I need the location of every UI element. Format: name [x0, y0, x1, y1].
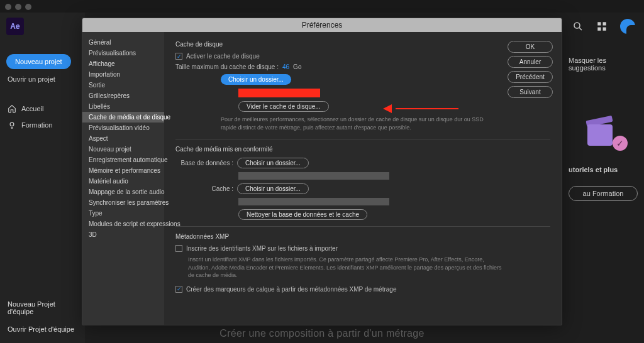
svg-rect-2	[597, 22, 601, 25]
nav-training[interactable]: Formation	[0, 117, 85, 133]
cat-type[interactable]: Type	[82, 208, 164, 219]
training-panel-button[interactable]: au Formation	[569, 186, 638, 201]
db-choose-folder-button[interactable]: Choisir un dossier...	[237, 158, 309, 168]
disk-cache-path-redacted	[238, 89, 320, 97]
cache-choose-folder-button[interactable]: Choisir un dossier...	[237, 183, 309, 194]
disk-cache-hint: Pour de meilleures performances, sélecti…	[221, 116, 491, 131]
clean-db-cache-button[interactable]: Nettoyer la base de données et le cache	[238, 209, 367, 220]
cat-media-disk-cache[interactable]: Cache de média et de disque	[82, 112, 164, 122]
choose-folder-button[interactable]: Choisir un dossier...	[221, 74, 291, 85]
cat-new-project[interactable]: Nouveau projet	[82, 144, 164, 155]
cat-scripting[interactable]: Modules de script et expressions	[82, 219, 164, 229]
svg-rect-4	[597, 28, 601, 31]
mac-min[interactable]	[15, 4, 21, 10]
cache-path-display	[238, 198, 389, 205]
open-project-link[interactable]: Ouvrir un projet	[8, 75, 85, 83]
hide-suggestions-link[interactable]: Masquer les suggestions	[569, 57, 638, 72]
cancel-button[interactable]: Annuler	[508, 56, 553, 68]
bg-footer-text: Créer une composition à partir d'un métr…	[219, 328, 424, 339]
new-project-button[interactable]: Nouveau projet	[6, 54, 71, 69]
max-size-label: Taille maximum du cache de disque :	[175, 63, 279, 70]
cat-general[interactable]: Général	[82, 37, 164, 48]
xmp-markers-label: Créer des marqueurs de calque à partir d…	[186, 286, 396, 293]
enable-disk-cache-checkbox[interactable]	[175, 53, 182, 60]
svg-rect-5	[603, 28, 606, 31]
svg-point-1	[574, 23, 580, 28]
cat-previews[interactable]: Prévisualisations	[82, 48, 164, 58]
mac-close[interactable]	[5, 4, 11, 10]
cat-audio-map[interactable]: Mappage de la sortie audio	[82, 187, 164, 197]
disk-cache-section-title: Cache de disque	[175, 41, 550, 48]
cat-3d[interactable]: 3D	[82, 229, 164, 240]
svg-rect-3	[603, 22, 606, 25]
cache-label: Cache :	[175, 185, 233, 192]
cat-labels[interactable]: Libellés	[82, 101, 164, 112]
xmp-write-label: Inscrire des identifiants XMP sur les fi…	[186, 245, 338, 252]
tutorials-heading: utoriels et plus	[569, 166, 638, 173]
cat-import[interactable]: Importation	[82, 69, 164, 80]
home-icon	[8, 104, 16, 113]
cat-autosave[interactable]: Enregistrement automatique	[82, 155, 164, 165]
preferences-dialog: Préférences Général Prévisualisations Af…	[82, 18, 562, 325]
bulb-icon	[8, 121, 16, 129]
right-panel: Masquer les suggestions ✓ utoriels et pl…	[569, 57, 638, 201]
prefs-content: Cache de disque Activer le cache de disq…	[164, 32, 562, 325]
cat-memory[interactable]: Mémoire et performances	[82, 165, 164, 176]
cat-sync[interactable]: Synchroniser les paramètres	[82, 197, 164, 208]
nav-home[interactable]: Accueil	[0, 101, 85, 117]
svg-point-0	[10, 122, 14, 126]
prefs-category-list: Général Prévisualisations Affichage Impo…	[82, 32, 164, 325]
left-sidebar: Ae Nouveau projet Ouvrir un projet Accue…	[0, 13, 85, 343]
cat-output[interactable]: Sortie	[82, 80, 164, 90]
cat-grids[interactable]: Grilles/repères	[82, 90, 164, 101]
open-team-project-link[interactable]: Ouvrir Projet d'équipe	[0, 320, 85, 338]
app-logo-icon: Ae	[6, 18, 24, 35]
dialog-title: Préférences	[82, 18, 562, 32]
cat-display[interactable]: Affichage	[82, 58, 164, 69]
user-avatar[interactable]	[620, 19, 635, 34]
next-button[interactable]: Suivant	[508, 86, 553, 98]
empty-disk-cache-button[interactable]: Vider le cache de disque...	[238, 101, 329, 112]
cat-appearance[interactable]: Aspect	[82, 133, 164, 144]
max-size-value[interactable]: 46	[282, 63, 289, 70]
xmp-section-title: Métadonnées XMP	[175, 233, 550, 240]
cat-audio-hw[interactable]: Matériel audio	[82, 176, 164, 187]
nav-training-label: Formation	[21, 121, 53, 129]
ok-button[interactable]: OK	[508, 41, 553, 53]
conformed-section-title: Cache de média mis en conformité	[175, 146, 550, 153]
tutorial-illustration: ✓	[581, 116, 625, 153]
db-label: Base de données :	[175, 160, 233, 166]
xmp-markers-checkbox[interactable]	[175, 286, 182, 293]
check-icon: ✓	[613, 136, 628, 151]
nav-home-label: Accueil	[21, 105, 43, 112]
mac-max[interactable]	[25, 4, 31, 10]
db-path-display	[238, 172, 389, 180]
cat-video-preview[interactable]: Prévisualisation vidéo	[82, 122, 164, 133]
apps-icon[interactable]	[596, 21, 608, 32]
previous-button[interactable]: Précédent	[508, 71, 553, 83]
max-size-unit: Go	[293, 63, 301, 70]
xmp-write-checkbox[interactable]	[175, 245, 182, 252]
xmp-write-description: Inscrit un identifiant XMP dans les fich…	[188, 256, 502, 280]
search-icon[interactable]	[572, 21, 584, 32]
enable-disk-cache-label: Activer le cache de disque	[186, 53, 260, 60]
new-team-project-link[interactable]: Nouveau Projet d'équipe	[0, 295, 85, 320]
